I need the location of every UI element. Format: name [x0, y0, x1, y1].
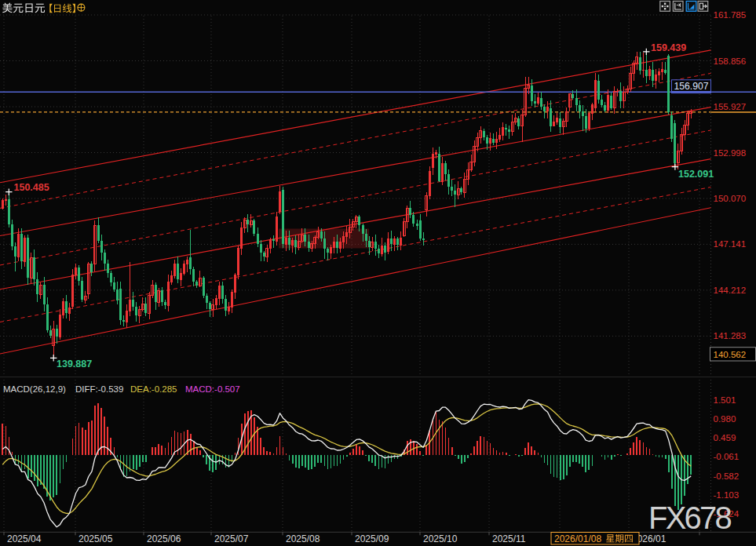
svg-text:144.212: 144.212	[714, 286, 747, 295]
svg-text:DIFF:-0.539: DIFF:-0.539	[75, 384, 123, 394]
svg-text:155.927: 155.927	[714, 102, 747, 111]
svg-text:2025/05: 2025/05	[79, 533, 113, 544]
svg-text:MACD:-0.507: MACD:-0.507	[185, 384, 240, 394]
svg-text:152.091: 152.091	[678, 169, 714, 180]
svg-text:2025/08: 2025/08	[286, 533, 320, 544]
svg-text:-0.061: -0.061	[714, 452, 740, 461]
svg-text:141.283: 141.283	[714, 331, 747, 340]
svg-text:-1.103: -1.103	[714, 490, 740, 500]
svg-text:158.856: 158.856	[714, 56, 747, 66]
svg-text:-0.582: -0.582	[714, 471, 740, 481]
svg-text:140.562: 140.562	[714, 350, 747, 359]
svg-text:2025/11: 2025/11	[492, 533, 526, 544]
svg-text:159.439: 159.439	[651, 42, 686, 53]
svg-text:150.485: 150.485	[14, 182, 49, 193]
svg-text:FX678: FX678	[648, 500, 731, 535]
svg-text:139.887: 139.887	[57, 359, 92, 369]
svg-text:1.501: 1.501	[714, 395, 736, 405]
svg-text:2026/01/08: 2026/01/08	[554, 533, 601, 544]
svg-text:0.980: 0.980	[714, 414, 736, 424]
svg-text:147.141: 147.141	[714, 239, 747, 249]
svg-text:150.070: 150.070	[714, 194, 747, 203]
svg-text:MACD(26,12,9): MACD(26,12,9)	[3, 384, 66, 394]
svg-text:2025/06: 2025/06	[147, 533, 181, 544]
svg-text:152.998: 152.998	[714, 148, 747, 158]
svg-text:2025/04: 2025/04	[7, 533, 42, 544]
svg-text:156.907: 156.907	[674, 81, 708, 92]
svg-text:0.459: 0.459	[714, 433, 736, 442]
svg-text:161.785: 161.785	[714, 10, 747, 20]
svg-text:DEA:-0.285: DEA:-0.285	[130, 384, 177, 394]
svg-text:2025/07: 2025/07	[214, 533, 249, 544]
svg-text:2025/10: 2025/10	[423, 533, 458, 544]
svg-text:2025/09: 2025/09	[355, 533, 389, 544]
